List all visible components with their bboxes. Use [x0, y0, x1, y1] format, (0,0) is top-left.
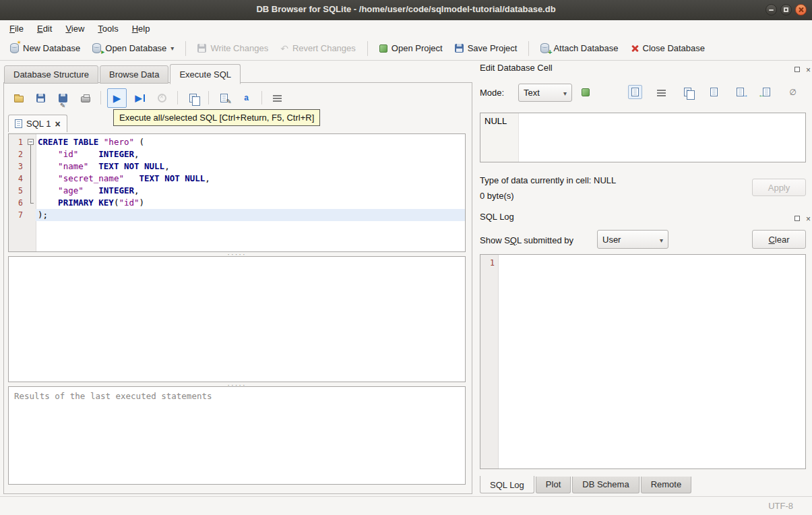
status-bar: UTF-8 — [0, 496, 812, 515]
toolbar-separator — [208, 91, 209, 104]
open-project-button[interactable]: Open Project — [373, 40, 449, 57]
mode-select[interactable]: Text — [518, 84, 572, 102]
copy-cell-icon — [684, 88, 691, 96]
word-wrap-cell-icon — [657, 90, 666, 96]
new-database-label: New Database — [23, 43, 80, 53]
code-text: "secret_name" TEXT NOT NULL, — [36, 173, 465, 185]
tab-sql-log[interactable]: SQL Log — [480, 476, 534, 493]
menu-tools[interactable]: Tools — [91, 22, 125, 36]
results-message-pane[interactable]: Results of the last executed statements — [8, 386, 466, 485]
tab-remote[interactable]: Remote — [641, 477, 692, 493]
execute-all-icon: ▶ — [113, 93, 121, 103]
float-panel-button[interactable] — [792, 214, 801, 222]
log-filter-value: User — [602, 235, 621, 245]
print-button[interactable] — [76, 89, 94, 107]
sql-log-panel-title: SQL Log — [480, 212, 514, 222]
maximize-button[interactable] — [780, 4, 792, 16]
auto-complete-button[interactable]: a — [237, 89, 255, 107]
close-panel-button[interactable] — [804, 65, 812, 73]
editor-line[interactable]: 4 "secret_name" TEXT NOT NULL, — [9, 173, 465, 185]
log-line-number: 1 — [482, 258, 495, 268]
sql-log-view[interactable]: 1 — [480, 254, 806, 469]
code-text: "name" TEXT NOT NULL, — [36, 160, 465, 173]
word-wrap-icon — [273, 95, 282, 102]
editor-line[interactable]: 3 "name" TEXT NOT NULL, — [9, 160, 465, 173]
sql-editor-toolbar: ▶▶a — [9, 87, 290, 109]
paste-cell-button[interactable] — [707, 85, 721, 99]
revert-changes-label: Revert Changes — [292, 43, 356, 53]
fold-line-icon — [26, 185, 36, 197]
close-button[interactable] — [795, 4, 807, 16]
tab-plot[interactable]: Plot — [536, 477, 571, 493]
save-project-button[interactable]: Save Project — [449, 40, 524, 57]
cell-value-editor[interactable]: NULL — [480, 113, 806, 162]
open-sql-file-button[interactable] — [9, 89, 28, 107]
close-database-button[interactable]: Close Database — [625, 40, 712, 57]
log-filter-label: Show SQL submitted by — [480, 235, 573, 245]
titlebar[interactable]: DB Browser for SQLite - /home/user/code/… — [0, 0, 812, 21]
window-title: DB Browser for SQLite - /home/user/code/… — [0, 4, 812, 14]
stop-button[interactable] — [153, 89, 171, 107]
auto-switch-mode-button[interactable] — [578, 85, 592, 99]
float-panel-icon — [794, 216, 800, 221]
tab-database-structure[interactable]: Database Structure — [4, 65, 98, 84]
results-grid[interactable] — [8, 256, 466, 382]
execute-current-line-button[interactable]: ▶ — [131, 89, 149, 107]
execute-all-button[interactable]: ▶ — [107, 88, 127, 108]
float-panel-button[interactable] — [792, 65, 801, 73]
attach-database-button[interactable]: Attach Database — [534, 40, 624, 57]
menu-bar: FileEditViewToolsHelp — [0, 20, 812, 36]
text-mode-button[interactable] — [628, 85, 642, 99]
menu-edit[interactable]: Edit — [30, 22, 59, 36]
copy-cell-button[interactable] — [681, 85, 695, 99]
close-panel-icon — [806, 213, 811, 224]
sql-editor-tab-bar: SQL 1 — [8, 115, 67, 131]
save-results-button[interactable] — [184, 89, 202, 107]
word-wrap-cell-button[interactable] — [654, 85, 668, 99]
fold-line-icon — [26, 160, 36, 173]
execute-current-line-icon: ▶ — [135, 94, 145, 102]
tab-db-schema[interactable]: DB Schema — [572, 477, 639, 493]
tab-browse-data[interactable]: Browse Data — [100, 65, 168, 84]
close-tab-icon[interactable] — [55, 119, 60, 129]
editor-line[interactable]: 6 PRIMARY KEY("id") — [9, 197, 465, 209]
sql-doc-icon — [15, 119, 22, 128]
close-panel-button[interactable] — [804, 214, 812, 222]
menu-view[interactable]: View — [59, 22, 91, 36]
export-cell-button[interactable] — [733, 85, 747, 99]
import-cell-icon — [763, 88, 770, 96]
save-sql-file-as-button[interactable] — [54, 89, 72, 107]
open-database-icon — [92, 43, 101, 53]
sql-tab-label: SQL 1 — [26, 119, 51, 129]
export-cell-icon — [737, 88, 744, 96]
close-database-label: Close Database — [643, 43, 706, 53]
save-sql-file-button[interactable] — [32, 89, 50, 107]
editor-line[interactable]: 5 "age" INTEGER, — [9, 185, 465, 197]
new-database-button[interactable]: New Database — [4, 40, 86, 57]
set-null-button[interactable]: ∅ — [786, 85, 800, 99]
dropdown-arrow-icon — [660, 235, 663, 245]
word-wrap-button[interactable] — [268, 89, 286, 107]
maximize-icon — [784, 7, 788, 12]
tab-sql-1[interactable]: SQL 1 — [8, 115, 67, 132]
splitter-handle[interactable] — [8, 253, 466, 255]
menu-file[interactable]: File — [3, 22, 30, 36]
open-database-dropdown-icon[interactable]: ▾ — [170, 45, 174, 52]
sql-code-editor[interactable]: 1CREATE TABLE "hero" (2 "id" INTEGER,3 "… — [8, 133, 466, 252]
paste-cell-icon — [710, 88, 718, 96]
find-replace-button[interactable] — [215, 89, 233, 107]
editor-line[interactable]: 7); — [9, 209, 465, 221]
editor-line[interactable]: 1CREATE TABLE "hero" ( — [9, 136, 465, 148]
apply-button[interactable]: Apply — [752, 179, 806, 196]
revert-changes-button[interactable]: ↶Revert Changes — [274, 40, 362, 57]
open-database-button[interactable]: Open Database▾ — [86, 40, 180, 57]
tab-execute-sql[interactable]: Execute SQL — [170, 64, 241, 84]
menu-help[interactable]: Help — [125, 22, 157, 36]
minimize-button[interactable] — [766, 4, 777, 16]
fold-end-icon — [26, 197, 36, 209]
editor-line[interactable]: 2 "id" INTEGER, — [9, 148, 465, 160]
clear-log-button[interactable]: Clear — [752, 230, 806, 249]
write-changes-button[interactable]: Write Changes — [191, 40, 274, 57]
log-filter-select[interactable]: User — [597, 230, 668, 249]
import-cell-button[interactable] — [759, 85, 774, 99]
